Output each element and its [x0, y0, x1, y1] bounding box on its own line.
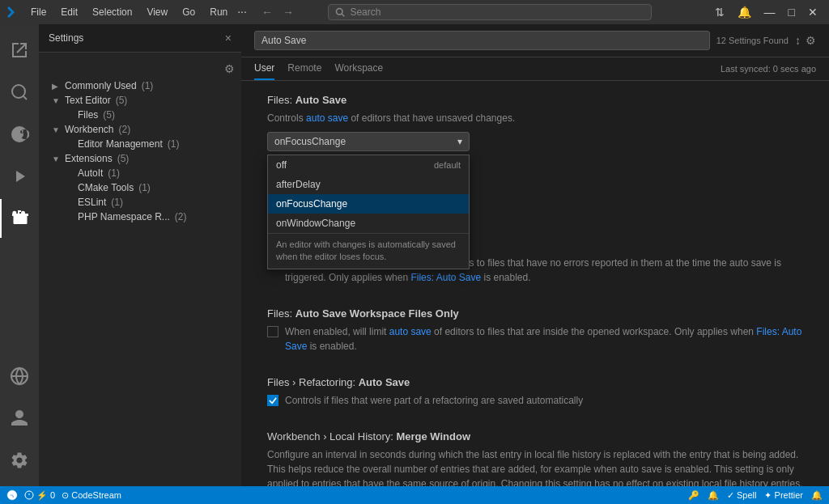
status-errors[interactable]: ⚡ 0 [24, 490, 55, 501]
global-search[interactable] [328, 4, 652, 20]
status-remote[interactable] [6, 489, 18, 501]
settings-search-input[interactable] [254, 31, 710, 50]
tree-item-php-namespace-r[interactable]: PHP Namespace R... (2) [39, 210, 241, 224]
tree-label: AutoIt [78, 167, 103, 179]
tree-item-eslint[interactable]: ESLint (1) [39, 195, 241, 210]
settings-tab-close[interactable]: × [225, 32, 232, 44]
auto-save-dropdown-button[interactable]: onFocusChange ▾ [267, 132, 470, 151]
status-notifications[interactable]: 🔔 [811, 490, 823, 501]
files-auto-save-link[interactable]: Files: Auto Save [410, 272, 481, 283]
search-input[interactable] [350, 6, 644, 18]
option-onwindowchange[interactable]: onWindowChange [268, 214, 469, 233]
checkbox-workspace-input[interactable] [267, 326, 278, 337]
nav-back[interactable]: ← [258, 4, 276, 20]
tree-count: (5) [117, 153, 130, 164]
tree-count: (5) [103, 109, 115, 121]
settings-sync-icon[interactable]: ⇅ [710, 4, 729, 20]
settings-filter-button[interactable]: ⚙ [806, 34, 816, 47]
setting-title-refactoring: Files › Refactoring: Auto Save [267, 376, 803, 388]
checkbox-refactoring: Controls if files that were part of a re… [267, 393, 803, 408]
setting-refactoring-auto-save: Files › Refactoring: Auto Save Controls … [267, 376, 803, 408]
status-codestream[interactable]: ⊙ CodeStream [62, 490, 121, 501]
auto-save-link-3[interactable]: auto save [389, 326, 432, 337]
activity-search[interactable] [0, 73, 39, 112]
tree-label: Editor Management [78, 138, 163, 150]
tree-item-text-editor[interactable]: ▼ Text Editor (5) [39, 93, 241, 108]
nav-buttons: ← → [258, 4, 297, 20]
tree-item-workbench[interactable]: ▼ Workbench (2) [39, 122, 241, 137]
tab-remote[interactable]: Remote [287, 57, 321, 80]
menu-go[interactable]: Go [176, 5, 202, 19]
tree-arrow: ▼ [52, 125, 62, 134]
tree-label: Text Editor [65, 95, 111, 106]
minimize-button[interactable]: — [759, 4, 780, 20]
activity-source-control[interactable] [0, 115, 39, 154]
tree-item-autoit[interactable]: AutoIt (1) [39, 166, 241, 180]
setting-desc-merge-window: Configure an interval in seconds during … [267, 447, 803, 486]
notifications-icon[interactable]: 🔔 [733, 4, 756, 20]
close-button[interactable]: ✕ [803, 4, 823, 20]
tab-workspace[interactable]: Workspace [334, 57, 383, 80]
status-bar-left: ⚡ 0 ⊙ CodeStream [6, 489, 121, 501]
menu-file[interactable]: File [24, 5, 53, 19]
codestream-label: ⊙ CodeStream [62, 490, 121, 501]
tree-count: (1) [168, 138, 180, 150]
tree-item-extensions[interactable]: ▼ Extensions (5) [39, 151, 241, 166]
restore-button[interactable]: □ [784, 4, 800, 20]
settings-tab-label: Settings [49, 32, 83, 44]
activity-remote[interactable] [0, 357, 39, 396]
status-bell[interactable]: 🔔 [708, 490, 719, 501]
setting-desc-auto-save: Controls auto save of editors that have … [267, 111, 803, 125]
option-afterdelay[interactable]: afterDelay [268, 175, 469, 194]
option-off[interactable]: off default [268, 155, 469, 175]
activity-manage[interactable] [0, 441, 39, 480]
dropdown-description: An editor with changes is automatically … [268, 233, 469, 269]
setting-title-auto-save: Files: Auto Save [267, 94, 803, 106]
tree-label: PHP Namespace R... [78, 211, 170, 222]
menu-selection[interactable]: Selection [86, 5, 138, 19]
settings-sort-button[interactable]: ↕ [795, 34, 801, 47]
svg-line-1 [342, 14, 345, 16]
tree-item-cmake-tools[interactable]: CMake Tools (1) [39, 180, 241, 195]
tree-arrow: ▶ [52, 82, 62, 91]
tree-label: Workbench [65, 124, 113, 135]
tree-item-editor-management[interactable]: Editor Management (1) [39, 137, 241, 151]
svg-line-3 [23, 96, 27, 100]
status-spell[interactable]: ✓ Spell [727, 490, 757, 501]
tree-label: CMake Tools [78, 182, 134, 193]
option-onfocuschange[interactable]: onFocusChange [268, 194, 469, 214]
menu-bar: File Edit Selection View Go Run ··· [24, 5, 247, 19]
menu-run[interactable]: Run [203, 5, 234, 19]
tree-count: (2) [175, 211, 187, 222]
activity-account[interactable] [0, 399, 39, 438]
status-bar: ⚡ 0 ⊙ CodeStream 🔑 🔔 ✓ Spell ✦ Prettier … [0, 486, 829, 504]
activity-bar [0, 24, 39, 486]
menu-view[interactable]: View [140, 5, 174, 19]
tree-count: (2) [118, 124, 130, 135]
nav-forward[interactable]: → [279, 4, 297, 20]
tree-item-files[interactable]: Files (5) [39, 108, 241, 122]
activity-run-debug[interactable] [0, 157, 39, 196]
tab-user[interactable]: User [254, 57, 274, 80]
svg-point-0 [337, 9, 343, 15]
setting-title-workspace: Files: Auto Save Workspace Files Only [267, 307, 803, 320]
sync-settings-icon[interactable]: ⚙ [224, 62, 235, 75]
tree-count: (1) [142, 80, 154, 91]
menu-more[interactable]: ··· [237, 5, 247, 19]
setting-workbench-merge-window: Workbench › Local History: Merge Window … [267, 430, 803, 486]
activity-explorer[interactable] [0, 31, 39, 70]
prettier-label: ✦ Prettier [764, 490, 803, 501]
menu-edit[interactable]: Edit [54, 5, 84, 19]
settings-tree: ⚙ ▶ Commonly Used (1)▼ Text Editor (5) F… [39, 53, 241, 486]
checkbox-workspace: When enabled, will limit auto save of ed… [267, 324, 803, 354]
activity-extensions[interactable] [0, 199, 39, 238]
setting-files-auto-save: Files: Auto Save Controls auto save of e… [267, 94, 803, 151]
window-controls: ⇅ 🔔 — □ ✕ [710, 4, 823, 20]
checkbox-workspace-label: When enabled, will limit auto save of ed… [285, 324, 803, 354]
setting-files-auto-save-workspace: Files: Auto Save Workspace Files Only Wh… [267, 307, 803, 354]
status-prettier[interactable]: ✦ Prettier [764, 490, 803, 501]
tree-item-commonly-used[interactable]: ▶ Commonly Used (1) [39, 78, 241, 93]
status-key[interactable]: 🔑 [688, 490, 699, 501]
auto-save-link[interactable]: auto save [306, 112, 348, 124]
checkbox-refactoring-input[interactable] [267, 395, 278, 406]
